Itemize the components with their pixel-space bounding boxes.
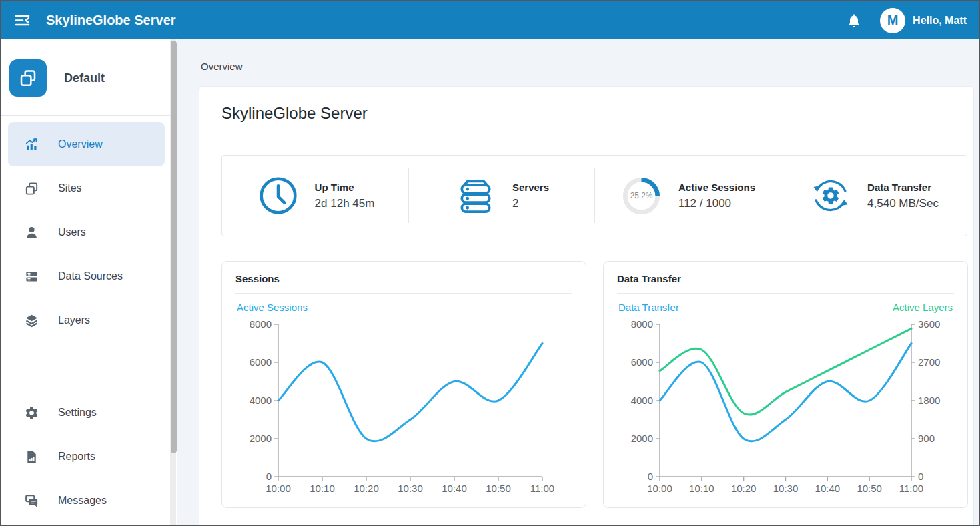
user-greeting: Hello, Matt bbox=[913, 15, 967, 27]
workspace-label: Default bbox=[64, 71, 105, 85]
svg-text:10:00: 10:00 bbox=[266, 483, 291, 494]
stat-data-transfer: Data Transfer 4,540 MB/Sec bbox=[781, 156, 967, 236]
svg-text:10:10: 10:10 bbox=[310, 483, 335, 494]
divider bbox=[235, 293, 572, 294]
data-sources-icon bbox=[23, 269, 40, 284]
stat-value: 112 / 1000 bbox=[678, 197, 755, 210]
stat-value: 2d 12h 45m bbox=[315, 197, 375, 210]
progress-donut: 25.2% bbox=[620, 174, 664, 218]
overview-card: SkylineGlobe Server Up Time 2d 12h 45m bbox=[199, 86, 974, 525]
stat-label: Servers bbox=[512, 182, 549, 193]
svg-text:10:00: 10:00 bbox=[647, 483, 672, 494]
svg-text:2000: 2000 bbox=[631, 433, 653, 444]
stat-label: Data Transfer bbox=[867, 182, 939, 193]
user-icon bbox=[23, 225, 40, 240]
sidebar-item-layers[interactable]: Layers bbox=[8, 298, 165, 342]
svg-text:10:20: 10:20 bbox=[731, 483, 757, 494]
sessions-line-chart: 0200040006000800010:0010:1010:2010:3010:… bbox=[235, 316, 572, 498]
sidebar-item-overview[interactable]: Overview bbox=[8, 122, 165, 166]
data-transfer-line-chart: 02000400060008000090018002700360010:0010… bbox=[617, 316, 954, 498]
svg-text:10:10: 10:10 bbox=[689, 483, 714, 494]
layers-icon bbox=[23, 313, 40, 328]
svg-text:11:00: 11:00 bbox=[530, 483, 554, 494]
legend-active-layers: Active Layers bbox=[893, 302, 953, 314]
report-icon bbox=[23, 449, 40, 465]
avatar[interactable]: M bbox=[880, 8, 905, 33]
svg-text:10:50: 10:50 bbox=[486, 483, 511, 494]
svg-text:8000: 8000 bbox=[250, 318, 272, 330]
sidebar-item-label: Settings bbox=[58, 407, 97, 419]
sidebar-scrollbar-thumb[interactable] bbox=[171, 41, 177, 453]
svg-text:2700: 2700 bbox=[918, 356, 940, 368]
svg-text:8000: 8000 bbox=[631, 318, 653, 330]
svg-text:0: 0 bbox=[648, 471, 653, 482]
breadcrumb: Overview bbox=[177, 39, 979, 73]
sidebar-item-label: Messages bbox=[58, 495, 107, 507]
main-content: Overview SkylineGlobe Server Up Time 2d … bbox=[177, 39, 979, 525]
secondary-nav: Settings Reports bbox=[1, 384, 177, 523]
svg-text:4000: 4000 bbox=[631, 394, 653, 406]
svg-text:10:40: 10:40 bbox=[442, 483, 467, 494]
stat-uptime: Up Time 2d 12h 45m bbox=[222, 156, 408, 236]
sidebar-item-label: Overview bbox=[58, 138, 103, 150]
workspace-selector[interactable]: Default bbox=[1, 39, 177, 115]
sidebar-item-settings[interactable]: Settings bbox=[8, 390, 165, 435]
svg-text:900: 900 bbox=[918, 433, 935, 444]
sidebar-item-label: Sites bbox=[58, 182, 82, 194]
stat-servers: Servers 2 bbox=[408, 156, 594, 236]
svg-text:10:30: 10:30 bbox=[398, 483, 423, 494]
svg-text:4000: 4000 bbox=[250, 394, 272, 406]
workspace-tile[interactable] bbox=[9, 59, 47, 97]
messages-icon bbox=[23, 493, 40, 509]
notifications-bell-icon[interactable] bbox=[845, 12, 863, 29]
legend-data-transfer: Data Transfer bbox=[618, 302, 679, 314]
stat-value: 4,540 MB/Sec bbox=[867, 197, 939, 210]
stat-label: Up Time bbox=[315, 182, 375, 193]
sidebar-item-label: Data Sources bbox=[58, 270, 123, 282]
svg-text:6000: 6000 bbox=[250, 356, 272, 368]
svg-text:1800: 1800 bbox=[918, 394, 940, 406]
sites-icon bbox=[18, 68, 38, 88]
gear-sync-icon bbox=[809, 174, 853, 218]
sidebar-item-messages[interactable]: Messages bbox=[8, 479, 165, 523]
svg-text:10:50: 10:50 bbox=[857, 483, 882, 494]
sidebar-item-reports[interactable]: Reports bbox=[8, 435, 165, 479]
sidebar-item-sites[interactable]: Sites bbox=[8, 166, 165, 210]
stat-value: 2 bbox=[512, 197, 549, 210]
stat-label: Active Sessions bbox=[678, 182, 755, 193]
page-title: SkylineGlobe Server bbox=[221, 87, 967, 123]
divider bbox=[617, 293, 954, 294]
stat-active-sessions: 25.2% Active Sessions 112 / 1000 bbox=[594, 156, 781, 236]
overview-chart-icon bbox=[23, 137, 40, 152]
sidebar-item-users[interactable]: Users bbox=[8, 210, 165, 254]
clock-icon bbox=[256, 174, 300, 218]
user-menu[interactable]: M Hello, Matt bbox=[880, 8, 967, 33]
svg-text:11:00: 11:00 bbox=[899, 483, 923, 494]
svg-text:10:40: 10:40 bbox=[815, 483, 841, 494]
donut-percent-label: 25.2% bbox=[630, 191, 653, 200]
chart-title: Sessions bbox=[235, 273, 572, 284]
chart-title: Data Transfer bbox=[617, 273, 954, 284]
app-title: SkylineGlobe Server bbox=[46, 13, 176, 28]
stats-bar: Up Time 2d 12h 45m bbox=[221, 155, 967, 236]
top-header: SkylineGlobe Server M Hello, Matt bbox=[1, 1, 979, 39]
sessions-chart-card: Sessions Active Sessions 020004000600080… bbox=[221, 261, 586, 508]
gear-icon bbox=[23, 405, 40, 421]
primary-nav: Overview Sites Users bbox=[1, 116, 177, 384]
app-window: { "header": { "title": "SkylineGlobe Ser… bbox=[0, 0, 980, 526]
sidebar-item-label: Layers bbox=[58, 314, 90, 326]
svg-text:2000: 2000 bbox=[250, 433, 272, 444]
svg-text:0: 0 bbox=[918, 471, 923, 482]
svg-text:6000: 6000 bbox=[631, 356, 653, 368]
svg-text:3600: 3600 bbox=[918, 318, 940, 330]
data-transfer-chart-card: Data Transfer Data Transfer Active Layer… bbox=[603, 261, 968, 508]
sidebar-item-label: Users bbox=[58, 226, 86, 238]
sites-icon bbox=[23, 181, 40, 196]
spacer bbox=[8, 342, 165, 384]
sidebar-item-data-sources[interactable]: Data Sources bbox=[8, 254, 165, 298]
server-stack-icon bbox=[454, 174, 498, 218]
charts-row: Sessions Active Sessions 020004000600080… bbox=[221, 261, 967, 508]
svg-text:0: 0 bbox=[266, 471, 272, 482]
collapse-menu-icon[interactable] bbox=[12, 11, 32, 31]
legend-active-sessions: Active Sessions bbox=[237, 302, 308, 314]
